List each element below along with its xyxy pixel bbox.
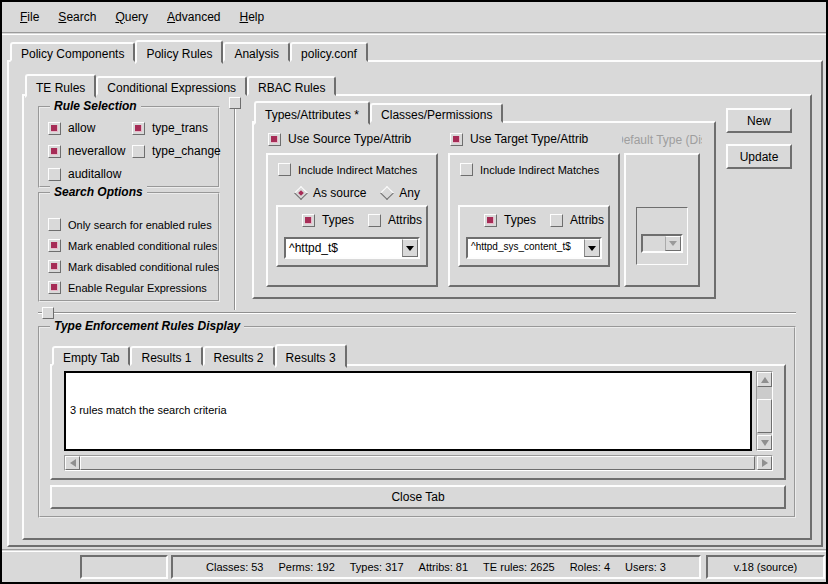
as-source-radio-row[interactable]: As source: [296, 186, 366, 200]
horizontal-scroll-thumb[interactable]: [80, 456, 755, 470]
target-indirect-row[interactable]: Include Indirect Matches: [460, 163, 599, 176]
stat-types: Types: 317: [350, 561, 404, 573]
use-source-row[interactable]: Use Source Type/Attrib: [268, 132, 411, 146]
menu-advanced[interactable]: Advanced: [161, 7, 226, 27]
update-button[interactable]: Update: [726, 144, 792, 169]
tab-results-2[interactable]: Results 2: [203, 346, 275, 366]
source-indirect-row[interactable]: Include Indirect Matches: [278, 163, 417, 176]
te-rules-page: Rule Selection allow type_trans neverall…: [22, 94, 812, 540]
source-indirect-checkbox[interactable]: [278, 163, 291, 176]
target-type-combobox[interactable]: ^httpd_sys_content_t$: [466, 237, 602, 259]
tab-te-rules[interactable]: TE Rules: [25, 74, 96, 98]
type-change-checkbox[interactable]: [132, 145, 145, 158]
default-type-dropdown-button: [665, 236, 681, 251]
menubar: File Search Query Advanced Help: [2, 2, 826, 32]
enabled-rules-checkbox[interactable]: [48, 218, 61, 231]
stat-perms: Perms: 192: [279, 561, 335, 573]
type-trans-checkbox-row[interactable]: type_trans: [132, 121, 221, 135]
vertical-sash[interactable]: [234, 102, 236, 310]
vertical-scroll-thumb[interactable]: [757, 399, 772, 433]
neverallow-checkbox[interactable]: [48, 145, 61, 158]
any-radio[interactable]: [380, 186, 394, 200]
as-source-radio[interactable]: [294, 186, 308, 200]
mark-disabled-checkbox-row[interactable]: Mark disabled conditional rules: [48, 260, 219, 273]
tab-empty-tab[interactable]: Empty Tab: [52, 346, 130, 366]
enabled-rules-checkbox-row[interactable]: Only search for enabled rules: [48, 218, 219, 231]
close-tab-button[interactable]: Close Tab: [50, 485, 786, 509]
neverallow-checkbox-row[interactable]: neverallow: [48, 144, 132, 158]
mark-disabled-checkbox[interactable]: [48, 260, 61, 273]
menu-help[interactable]: Help: [233, 7, 270, 27]
any-label: Any: [399, 186, 420, 200]
horizontal-sash-handle[interactable]: [42, 307, 54, 319]
tab-results-1[interactable]: Results 1: [130, 346, 202, 366]
tab-results-3[interactable]: Results 3: [275, 344, 347, 368]
source-type-value[interactable]: ^httpd_t$: [286, 239, 402, 257]
type-trans-checkbox[interactable]: [132, 122, 145, 135]
use-target-checkbox[interactable]: [450, 133, 463, 146]
tab-types-attributes[interactable]: Types/Attributes *: [254, 101, 370, 125]
any-radio-row[interactable]: Any: [382, 186, 420, 200]
scroll-up-button[interactable]: [757, 372, 772, 387]
scroll-down-button[interactable]: [757, 435, 772, 450]
regex-checkbox-row[interactable]: Enable Regular Expressions: [48, 281, 219, 294]
source-attribs-checkbox[interactable]: [368, 214, 381, 227]
target-type-value[interactable]: ^httpd_sys_content_t$: [468, 239, 584, 257]
target-indirect-checkbox[interactable]: [460, 163, 473, 176]
horizontal-scroll-trough[interactable]: [80, 456, 757, 470]
mark-enabled-checkbox-row[interactable]: Mark enabled conditional rules: [48, 239, 219, 252]
target-types-checkbox[interactable]: [484, 214, 497, 227]
horizontal-sash[interactable]: [38, 312, 796, 314]
target-type-dropdown-button[interactable]: [584, 239, 600, 257]
tab-analysis[interactable]: Analysis: [223, 42, 290, 62]
target-attribs-row[interactable]: Attribs: [550, 213, 604, 227]
tab-policy-rules[interactable]: Policy Rules: [135, 40, 223, 64]
allow-checkbox-row[interactable]: allow: [48, 121, 132, 135]
vertical-sash-handle[interactable]: [229, 97, 241, 109]
use-target-row[interactable]: Use Target Type/Attrib: [450, 132, 588, 146]
statusbar-version-cell: v.18 (source): [706, 555, 825, 579]
scroll-right-button[interactable]: [757, 456, 772, 470]
menu-search[interactable]: Search: [52, 7, 102, 27]
auditallow-checkbox[interactable]: [48, 168, 61, 181]
dropdown-arrow-icon: [669, 241, 677, 246]
use-source-checkbox[interactable]: [268, 133, 281, 146]
target-types-row[interactable]: Types: [484, 213, 536, 227]
mark-enabled-checkbox[interactable]: [48, 239, 61, 252]
use-source-label: Use Source Type/Attrib: [288, 132, 411, 146]
source-attribs-label: Attribs: [388, 213, 422, 227]
results-vertical-scrollbar[interactable]: [756, 371, 773, 451]
mark-disabled-label: Mark disabled conditional rules: [68, 261, 219, 273]
menu-file[interactable]: File: [14, 7, 45, 27]
vertical-scroll-trough[interactable]: [757, 387, 772, 435]
allow-checkbox[interactable]: [48, 122, 61, 135]
dropdown-arrow-icon: [406, 246, 414, 251]
source-types-row[interactable]: Types: [302, 213, 354, 227]
results-textarea[interactable]: 3 rules match the search criteria (5822)…: [64, 371, 752, 451]
scroll-right-icon: [762, 459, 768, 467]
source-frame: Include Indirect Matches As source Any: [266, 153, 438, 287]
tab-policy-conf[interactable]: policy.conf: [290, 42, 368, 62]
results-summary: 3 rules match the search criteria: [70, 403, 746, 417]
tab-policy-components[interactable]: Policy Components: [10, 42, 135, 62]
target-indirect-label: Include Indirect Matches: [480, 164, 599, 176]
auditallow-checkbox-row[interactable]: auditallow: [48, 167, 132, 181]
tab-conditional-expressions[interactable]: Conditional Expressions: [96, 76, 247, 96]
target-attribs-checkbox[interactable]: [550, 214, 563, 227]
source-attribs-row[interactable]: Attribs: [368, 213, 422, 227]
rule-selection-group: Rule Selection allow type_trans neverall…: [38, 106, 220, 188]
type-change-checkbox-row[interactable]: type_change: [132, 144, 221, 158]
results-horizontal-scrollbar[interactable]: [64, 455, 773, 471]
rule-selection-title: Rule Selection: [50, 99, 141, 113]
enabled-rules-label: Only search for enabled rules: [68, 219, 212, 231]
new-button[interactable]: New: [726, 108, 792, 133]
scroll-left-button[interactable]: [65, 456, 80, 470]
source-types-checkbox[interactable]: [302, 214, 315, 227]
tab-classes-permissions[interactable]: Classes/Permissions: [370, 103, 503, 123]
regex-checkbox[interactable]: [48, 281, 61, 294]
menu-query[interactable]: Query: [109, 7, 154, 27]
source-type-combobox[interactable]: ^httpd_t$: [284, 237, 420, 259]
stat-users: Users: 3: [625, 561, 666, 573]
source-type-dropdown-button[interactable]: [402, 239, 418, 257]
tab-rbac-rules[interactable]: RBAC Rules: [247, 76, 336, 96]
